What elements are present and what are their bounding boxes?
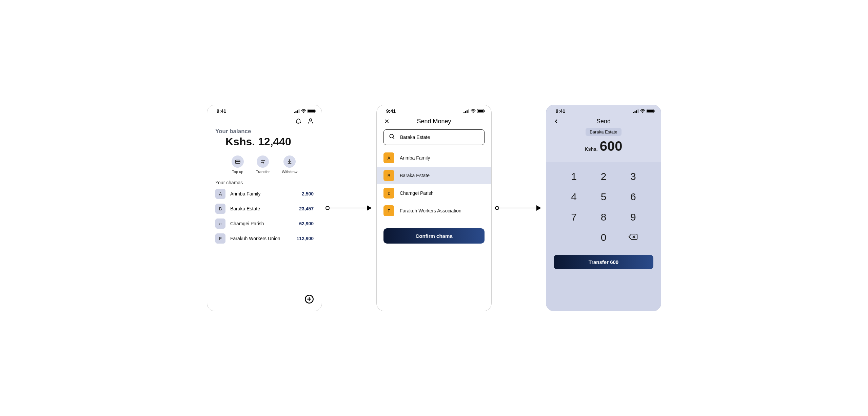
status-bar: 9:41 (207, 105, 322, 115)
status-time: 9:41 (386, 108, 396, 114)
chama-initial: F (215, 233, 225, 244)
svg-rect-24 (647, 110, 653, 112)
svg-rect-25 (654, 110, 655, 112)
status-bar: 9:41 (377, 105, 491, 115)
svg-rect-13 (467, 110, 468, 113)
svg-rect-9 (235, 161, 240, 162)
chama-row[interactable]: c Chamgei Parish 62,900 (215, 219, 314, 229)
svg-rect-2 (297, 110, 298, 113)
svg-rect-3 (299, 109, 300, 113)
recipient-row[interactable]: A Arimba Family (377, 149, 491, 167)
svg-rect-21 (636, 110, 637, 113)
chama-name: Arimba Family (230, 191, 297, 196)
balance-label: Your balance (215, 128, 314, 135)
svg-rect-19 (633, 112, 634, 113)
wifi-icon (471, 109, 476, 113)
recipient-name: Farakuh Workers Association (400, 208, 461, 213)
recipient-name: Arimba Family (400, 155, 430, 161)
key-5[interactable]: 5 (589, 191, 618, 203)
chama-amount: 23,457 (299, 206, 314, 211)
chama-row[interactable]: A Arimba Family 2,500 (215, 189, 314, 199)
recipient-list: A Arimba Family B Baraka Estate c Chamge… (377, 149, 491, 220)
profile-icon[interactable] (307, 117, 314, 125)
battery-icon (647, 109, 655, 113)
notifications-icon[interactable] (295, 117, 302, 125)
action-transfer[interactable]: Transfer (256, 155, 270, 174)
flow-arrow-icon (495, 205, 541, 211)
signal-icon (294, 109, 300, 113)
action-label: Transfer (256, 170, 270, 174)
chama-name: Chamgei Parish (230, 221, 294, 226)
search-input[interactable] (400, 134, 479, 140)
balance-amount: Kshs. 12,440 (215, 136, 314, 148)
modal-title: Send Money (377, 118, 491, 125)
section-title: Your chamas (207, 180, 322, 189)
chama-amount: 62,900 (299, 221, 314, 226)
topup-icon (232, 155, 244, 168)
amount-currency: Kshs. (585, 146, 598, 152)
status-time: 9:41 (556, 108, 565, 114)
recipient-initial: A (383, 152, 394, 163)
recipient-name: Baraka Estate (400, 173, 430, 178)
svg-point-18 (390, 134, 393, 138)
svg-rect-22 (638, 109, 639, 113)
battery-icon (477, 109, 485, 113)
close-icon[interactable] (383, 118, 390, 125)
key-2[interactable]: 2 (589, 171, 618, 182)
status-time: 9:41 (217, 108, 226, 114)
recipient-initial: F (383, 205, 394, 216)
screen-send-money-picker: 9:41 Send Money (376, 105, 492, 311)
key-4[interactable]: 4 (559, 191, 589, 203)
chama-initial: c (215, 219, 225, 229)
wifi-icon (640, 109, 645, 113)
flow-arrow-icon (326, 205, 372, 211)
signal-icon (463, 109, 469, 113)
svg-rect-17 (485, 110, 485, 112)
withdraw-icon (283, 155, 296, 168)
svg-rect-5 (308, 110, 314, 112)
key-1[interactable]: 1 (559, 171, 589, 182)
search-icon (389, 133, 395, 141)
action-withdraw[interactable]: Withdraw (282, 155, 297, 174)
transfer-icon (257, 155, 269, 168)
back-icon[interactable] (553, 118, 560, 125)
recipient-row[interactable]: F Farakuh Workers Association (377, 202, 491, 220)
action-topup[interactable]: Top up (232, 155, 244, 174)
chama-row[interactable]: F Farakuh Workers Union 112,900 (215, 233, 314, 244)
recipient-chip[interactable]: Baraka Estate (586, 128, 622, 136)
chama-row[interactable]: B Baraka Estate 23,457 (215, 204, 314, 214)
key-0[interactable]: 0 (589, 232, 618, 243)
confirm-chama-button[interactable]: Confirm chama (383, 228, 485, 244)
svg-rect-12 (465, 111, 466, 113)
balance-block: Your balance Kshs. 12,440 (207, 128, 322, 153)
chama-initial: A (215, 189, 225, 199)
chama-initial: B (215, 204, 225, 214)
add-chama-button[interactable] (304, 294, 314, 304)
key-7[interactable]: 7 (559, 211, 589, 223)
key-6[interactable]: 6 (618, 191, 648, 203)
key-backspace[interactable] (618, 232, 648, 243)
recipient-row[interactable]: B Baraka Estate (377, 167, 491, 184)
amount-number: 600 (600, 139, 623, 154)
action-label: Withdraw (282, 170, 297, 174)
status-icons (633, 109, 655, 113)
screen-send-amount: 9:41 Send Baraka Estate K (546, 105, 661, 311)
key-empty (559, 232, 589, 243)
status-icons (463, 109, 485, 113)
key-3[interactable]: 3 (618, 171, 648, 182)
transfer-button[interactable]: Transfer 600 (554, 255, 653, 269)
svg-rect-1 (296, 111, 297, 113)
recipient-name: Chamgei Parish (400, 190, 434, 196)
key-8[interactable]: 8 (589, 211, 618, 223)
recipient-initial: B (383, 170, 394, 181)
svg-rect-0 (294, 112, 295, 113)
chama-amount: 112,900 (296, 236, 314, 241)
key-9[interactable]: 9 (618, 211, 648, 223)
send-title: Send (546, 118, 661, 125)
search-box[interactable] (383, 129, 485, 145)
status-bar: 9:41 (546, 105, 661, 115)
signal-icon (633, 109, 639, 113)
recipient-row[interactable]: c Chamgei Parish (377, 184, 491, 202)
wifi-icon (301, 109, 306, 113)
status-icons (294, 109, 316, 113)
